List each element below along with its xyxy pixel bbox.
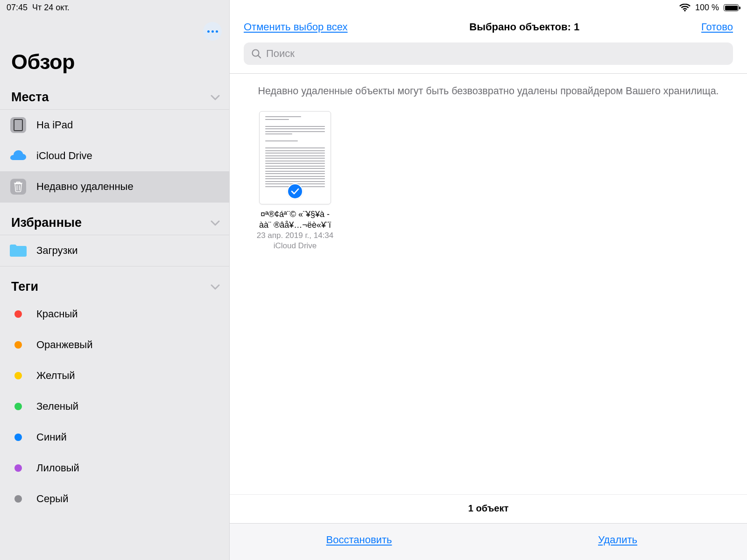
sidebar-tag-blue[interactable]: Синий xyxy=(0,422,229,453)
search-field[interactable] xyxy=(244,42,733,65)
delete-button[interactable]: Удалить xyxy=(488,524,747,560)
tag-dot-icon xyxy=(8,464,28,472)
cloud-icon xyxy=(8,150,28,162)
folder-icon xyxy=(8,244,28,258)
section-title: Избранные xyxy=(11,216,82,230)
sidebar-item-downloads[interactable]: Загрузки xyxy=(0,235,229,266)
file-thumbnail xyxy=(259,111,331,204)
tag-dot-icon xyxy=(8,434,28,441)
file-grid: ¤ª®¢áª¨© «¨¥§¥à - àà¨ ®âå¥…¬ëè«¥¨ï 23 ап… xyxy=(230,111,747,494)
battery-percent: 100 % xyxy=(695,3,719,13)
more-button[interactable] xyxy=(203,22,222,41)
nav-title: Выбрано объектов: 1 xyxy=(469,21,579,33)
search-input[interactable] xyxy=(266,48,726,60)
done-button[interactable]: Готово xyxy=(701,21,733,33)
selected-check-icon xyxy=(287,183,303,199)
chevron-down-icon xyxy=(211,284,220,290)
section-header-places[interactable]: Места xyxy=(0,85,229,110)
section-title: Теги xyxy=(11,280,38,294)
trash-icon xyxy=(8,179,28,195)
file-item[interactable]: ¤ª®¢áª¨© «¨¥§¥à - àà¨ ®âå¥…¬ëè«¥¨ï 23 ап… xyxy=(244,111,346,251)
sidebar-item-label: Загрузки xyxy=(36,245,222,257)
section-header-favorites[interactable]: Избранные xyxy=(0,211,229,235)
tag-dot-icon xyxy=(8,403,28,410)
sidebar-item-label: Зеленый xyxy=(36,400,222,413)
sidebar-item-label: На iPad xyxy=(36,119,222,131)
restore-button[interactable]: Восстановить xyxy=(230,524,488,560)
sidebar-tag-purple[interactable]: Лиловый xyxy=(0,453,229,483)
status-time: 07:45 xyxy=(7,3,28,13)
battery-icon xyxy=(724,4,739,11)
section-header-tags[interactable]: Теги xyxy=(0,275,229,299)
sidebar-item-label: Лиловый xyxy=(36,462,222,474)
file-name: ¤ª®¢áª¨© «¨¥§¥à - àà¨ ®âå¥…¬ëè«¥¨ï xyxy=(259,209,331,230)
tag-dot-icon xyxy=(8,372,28,379)
sidebar-tag-green[interactable]: Зеленый xyxy=(0,391,229,422)
search-icon xyxy=(251,49,261,59)
file-date: 23 апр. 2019 г., 14:34 xyxy=(257,231,334,240)
sidebar-tag-gray[interactable]: Серый xyxy=(0,483,229,514)
sidebar-item-label: Красный xyxy=(36,308,222,320)
chevron-down-icon xyxy=(211,220,220,226)
file-location: iCloud Drive xyxy=(274,241,317,251)
sidebar-tag-yellow[interactable]: Желтый xyxy=(0,360,229,391)
sidebar-item-label: Желтый xyxy=(36,370,222,382)
nav-bar: Отменить выбор всех Выбрано объектов: 1 … xyxy=(230,15,747,42)
sidebar-item-on-ipad[interactable]: На iPad xyxy=(0,110,229,140)
main-content: 100 % Отменить выбор всех Выбрано объект… xyxy=(230,0,747,560)
status-bar-right: 100 % xyxy=(230,0,747,15)
status-date: Чт 24 окт. xyxy=(32,3,70,13)
sidebar-item-label: Серый xyxy=(36,493,222,505)
ipad-icon xyxy=(8,117,28,133)
info-banner: Недавно удаленные объекты могут быть без… xyxy=(230,74,747,111)
bottom-toolbar: Восстановить Удалить xyxy=(230,523,747,560)
wifi-icon xyxy=(679,4,691,12)
sidebar-item-recently-deleted[interactable]: Недавно удаленные xyxy=(0,171,229,202)
page-title: Обзор xyxy=(0,43,229,85)
item-count-summary: 1 объект xyxy=(230,494,747,523)
sidebar-item-icloud-drive[interactable]: iCloud Drive xyxy=(0,140,229,171)
sidebar-item-label: iCloud Drive xyxy=(36,150,222,162)
sidebar-tag-orange[interactable]: Оранжевый xyxy=(0,329,229,360)
svg-line-1 xyxy=(258,56,261,58)
sidebar-item-label: Синий xyxy=(36,431,222,443)
chevron-down-icon xyxy=(211,94,220,101)
status-bar-left: 07:45 Чт 24 окт. xyxy=(0,0,229,15)
sidebar-tag-red[interactable]: Красный xyxy=(0,299,229,329)
sidebar-item-label: Оранжевый xyxy=(36,339,222,351)
section-title: Места xyxy=(11,90,49,105)
sidebar: 07:45 Чт 24 окт. Обзор Места На iPad xyxy=(0,0,230,560)
tag-dot-icon xyxy=(8,310,28,318)
sidebar-item-label: Недавно удаленные xyxy=(36,181,222,193)
tag-dot-icon xyxy=(8,341,28,349)
tag-dot-icon xyxy=(8,495,28,503)
deselect-all-button[interactable]: Отменить выбор всех xyxy=(244,21,348,33)
